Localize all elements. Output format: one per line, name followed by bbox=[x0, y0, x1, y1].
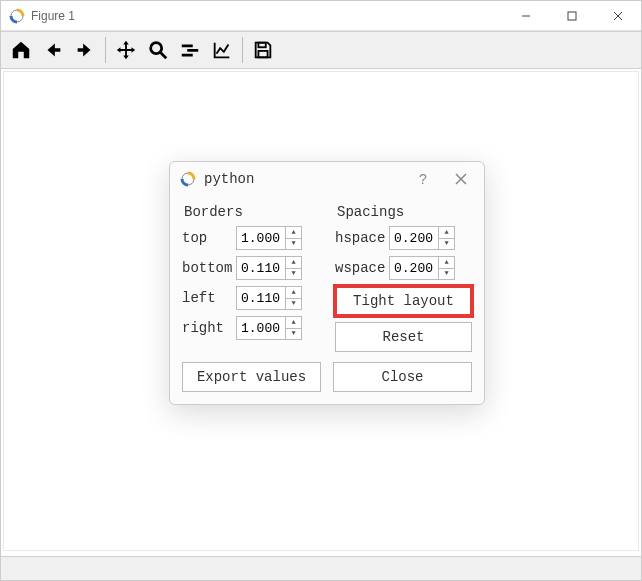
left-label: left bbox=[182, 290, 236, 306]
home-icon[interactable] bbox=[6, 35, 36, 65]
left-spinbox[interactable]: ▲▼ bbox=[236, 286, 302, 310]
save-icon[interactable] bbox=[248, 35, 278, 65]
spin-up-icon[interactable]: ▲ bbox=[286, 287, 301, 299]
left-input[interactable] bbox=[237, 287, 285, 309]
wspace-spinbox[interactable]: ▲▼ bbox=[389, 256, 455, 280]
spacings-label: Spacings bbox=[337, 204, 472, 220]
forward-icon[interactable] bbox=[70, 35, 100, 65]
back-icon[interactable] bbox=[38, 35, 68, 65]
subplot-config-dialog: python ? Borders top ▲▼ bbox=[169, 161, 485, 405]
right-label: right bbox=[182, 320, 236, 336]
svg-rect-8 bbox=[258, 51, 267, 57]
spin-up-icon[interactable]: ▲ bbox=[286, 257, 301, 269]
toolbar bbox=[1, 31, 641, 69]
tight-layout-button[interactable]: Tight layout bbox=[335, 286, 472, 316]
reset-button[interactable]: Reset bbox=[335, 322, 472, 352]
toolbar-separator bbox=[105, 37, 106, 63]
subplots-config-icon[interactable] bbox=[175, 35, 205, 65]
svg-rect-7 bbox=[258, 43, 265, 48]
bottom-input[interactable] bbox=[237, 257, 285, 279]
spin-down-icon[interactable]: ▼ bbox=[286, 239, 301, 250]
borders-label: Borders bbox=[184, 204, 319, 220]
wspace-label: wspace bbox=[335, 260, 389, 276]
python-icon bbox=[180, 171, 196, 187]
statusbar bbox=[1, 556, 641, 580]
spin-up-icon[interactable]: ▲ bbox=[439, 227, 454, 239]
right-input[interactable] bbox=[237, 317, 285, 339]
borders-group: Borders top ▲▼ bottom ▲▼ bbox=[182, 200, 319, 352]
dialog-body: Borders top ▲▼ bottom ▲▼ bbox=[170, 196, 484, 404]
spin-down-icon[interactable]: ▼ bbox=[286, 329, 301, 340]
close-dialog-button[interactable]: Close bbox=[333, 362, 472, 392]
top-input[interactable] bbox=[237, 227, 285, 249]
dialog-titlebar: python ? bbox=[170, 162, 484, 196]
spacings-group: Spacings hspace ▲▼ wspace ▲▼ bbox=[335, 200, 472, 352]
zoom-icon[interactable] bbox=[143, 35, 173, 65]
spin-down-icon[interactable]: ▼ bbox=[439, 239, 454, 250]
main-window: Figure 1 bbox=[0, 0, 642, 581]
spin-up-icon[interactable]: ▲ bbox=[439, 257, 454, 269]
help-button[interactable]: ? bbox=[404, 164, 442, 194]
dialog-title: python bbox=[204, 171, 404, 187]
maximize-button[interactable] bbox=[549, 1, 595, 31]
hspace-spinbox[interactable]: ▲▼ bbox=[389, 226, 455, 250]
hspace-input[interactable] bbox=[390, 227, 438, 249]
svg-line-6 bbox=[161, 53, 167, 59]
svg-point-5 bbox=[151, 43, 162, 54]
hspace-label: hspace bbox=[335, 230, 389, 246]
bottom-label: bottom bbox=[182, 260, 236, 276]
move-icon[interactable] bbox=[111, 35, 141, 65]
window-controls bbox=[503, 1, 641, 31]
bottom-spinbox[interactable]: ▲▼ bbox=[236, 256, 302, 280]
right-spinbox[interactable]: ▲▼ bbox=[236, 316, 302, 340]
top-label: top bbox=[182, 230, 236, 246]
spin-up-icon[interactable]: ▲ bbox=[286, 227, 301, 239]
export-values-button[interactable]: Export values bbox=[182, 362, 321, 392]
minimize-button[interactable] bbox=[503, 1, 549, 31]
axes-edit-icon[interactable] bbox=[207, 35, 237, 65]
svg-rect-2 bbox=[568, 12, 576, 20]
titlebar: Figure 1 bbox=[1, 1, 641, 31]
spin-down-icon[interactable]: ▼ bbox=[286, 299, 301, 310]
close-button[interactable] bbox=[595, 1, 641, 31]
app-icon bbox=[9, 8, 25, 24]
wspace-input[interactable] bbox=[390, 257, 438, 279]
top-spinbox[interactable]: ▲▼ bbox=[236, 226, 302, 250]
window-title: Figure 1 bbox=[31, 9, 503, 23]
spin-down-icon[interactable]: ▼ bbox=[286, 269, 301, 280]
spin-up-icon[interactable]: ▲ bbox=[286, 317, 301, 329]
dialog-close-button[interactable] bbox=[442, 164, 480, 194]
toolbar-separator bbox=[242, 37, 243, 63]
spin-down-icon[interactable]: ▼ bbox=[439, 269, 454, 280]
